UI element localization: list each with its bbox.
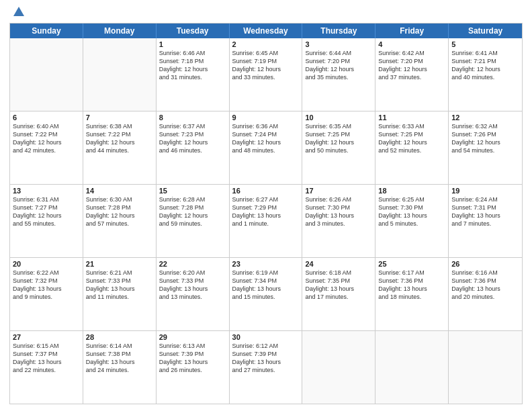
day-cell-7: 7Sunrise: 6:38 AM Sunset: 7:22 PM Daylig… bbox=[83, 111, 157, 184]
day-info: Sunrise: 6:13 AM Sunset: 7:39 PM Dayligh… bbox=[159, 342, 226, 375]
day-number: 25 bbox=[378, 260, 445, 268]
day-info: Sunrise: 6:17 AM Sunset: 7:36 PM Dayligh… bbox=[378, 269, 445, 302]
day-number: 18 bbox=[378, 187, 445, 195]
day-number: 15 bbox=[159, 187, 226, 195]
day-number: 24 bbox=[305, 260, 372, 268]
day-cell-19: 19Sunrise: 6:24 AM Sunset: 7:31 PM Dayli… bbox=[449, 185, 522, 257]
day-cell-28: 28Sunrise: 6:14 AM Sunset: 7:38 PM Dayli… bbox=[83, 331, 157, 404]
day-number: 7 bbox=[86, 113, 153, 122]
day-info: Sunrise: 6:21 AM Sunset: 7:33 PM Dayligh… bbox=[86, 269, 153, 302]
day-cell-10: 10Sunrise: 6:35 AM Sunset: 7:25 PM Dayli… bbox=[302, 111, 375, 184]
day-cell-24: 24Sunrise: 6:18 AM Sunset: 7:35 PM Dayli… bbox=[302, 258, 375, 330]
day-info: Sunrise: 6:19 AM Sunset: 7:34 PM Dayligh… bbox=[232, 269, 300, 302]
day-number: 2 bbox=[232, 40, 300, 48]
day-info: Sunrise: 6:44 AM Sunset: 7:20 PM Dayligh… bbox=[305, 49, 372, 82]
day-info: Sunrise: 6:31 AM Sunset: 7:27 PM Dayligh… bbox=[13, 195, 80, 228]
day-info: Sunrise: 6:15 AM Sunset: 7:37 PM Dayligh… bbox=[13, 342, 80, 375]
calendar-header: SundayMondayTuesdayWednesdayThursdayFrid… bbox=[10, 24, 522, 38]
empty-cell-0-0 bbox=[10, 38, 83, 111]
day-number: 5 bbox=[451, 40, 519, 48]
day-cell-8: 8Sunrise: 6:37 AM Sunset: 7:23 PM Daylig… bbox=[157, 111, 230, 184]
day-cell-15: 15Sunrise: 6:28 AM Sunset: 7:28 PM Dayli… bbox=[157, 185, 230, 257]
svg-marker-0 bbox=[13, 7, 24, 16]
calendar-body: 1Sunrise: 6:46 AM Sunset: 7:18 PM Daylig… bbox=[10, 38, 522, 404]
calendar-row-2: 13Sunrise: 6:31 AM Sunset: 7:27 PM Dayli… bbox=[10, 184, 522, 257]
day-number: 6 bbox=[13, 113, 80, 122]
day-number: 8 bbox=[159, 113, 226, 122]
weekday-header-thursday: Thursday bbox=[302, 24, 375, 38]
page: SundayMondayTuesdayWednesdayThursdayFrid… bbox=[0, 0, 532, 411]
day-info: Sunrise: 6:36 AM Sunset: 7:24 PM Dayligh… bbox=[232, 122, 300, 155]
day-cell-18: 18Sunrise: 6:25 AM Sunset: 7:30 PM Dayli… bbox=[375, 185, 449, 257]
calendar-row-0: 1Sunrise: 6:46 AM Sunset: 7:18 PM Daylig… bbox=[10, 38, 522, 111]
logo bbox=[9, 7, 26, 19]
empty-cell-4-6 bbox=[449, 331, 522, 404]
day-number: 3 bbox=[305, 40, 372, 48]
day-cell-6: 6Sunrise: 6:40 AM Sunset: 7:22 PM Daylig… bbox=[10, 111, 83, 184]
day-number: 30 bbox=[232, 333, 300, 341]
day-cell-22: 22Sunrise: 6:20 AM Sunset: 7:33 PM Dayli… bbox=[157, 258, 230, 330]
weekday-header-saturday: Saturday bbox=[449, 24, 522, 38]
day-info: Sunrise: 6:26 AM Sunset: 7:30 PM Dayligh… bbox=[305, 195, 372, 228]
day-cell-5: 5Sunrise: 6:41 AM Sunset: 7:21 PM Daylig… bbox=[449, 38, 522, 111]
header bbox=[9, 7, 523, 19]
day-info: Sunrise: 6:27 AM Sunset: 7:29 PM Dayligh… bbox=[232, 195, 300, 228]
day-number: 13 bbox=[13, 187, 80, 195]
day-info: Sunrise: 6:38 AM Sunset: 7:22 PM Dayligh… bbox=[86, 122, 153, 155]
day-cell-11: 11Sunrise: 6:33 AM Sunset: 7:25 PM Dayli… bbox=[375, 111, 449, 184]
day-number: 10 bbox=[305, 113, 372, 122]
day-info: Sunrise: 6:33 AM Sunset: 7:25 PM Dayligh… bbox=[378, 122, 445, 155]
day-cell-27: 27Sunrise: 6:15 AM Sunset: 7:37 PM Dayli… bbox=[10, 331, 83, 404]
day-info: Sunrise: 6:16 AM Sunset: 7:36 PM Dayligh… bbox=[451, 269, 519, 302]
day-number: 4 bbox=[378, 40, 445, 48]
day-info: Sunrise: 6:41 AM Sunset: 7:21 PM Dayligh… bbox=[451, 49, 519, 82]
day-number: 29 bbox=[159, 333, 226, 341]
day-cell-30: 30Sunrise: 6:12 AM Sunset: 7:39 PM Dayli… bbox=[230, 331, 303, 404]
day-number: 23 bbox=[232, 260, 300, 268]
calendar-row-4: 27Sunrise: 6:15 AM Sunset: 7:37 PM Dayli… bbox=[10, 330, 522, 404]
day-info: Sunrise: 6:12 AM Sunset: 7:39 PM Dayligh… bbox=[232, 342, 300, 375]
day-number: 12 bbox=[451, 113, 519, 122]
weekday-header-friday: Friday bbox=[375, 24, 449, 38]
day-cell-1: 1Sunrise: 6:46 AM Sunset: 7:18 PM Daylig… bbox=[157, 38, 230, 111]
day-info: Sunrise: 6:30 AM Sunset: 7:28 PM Dayligh… bbox=[86, 195, 153, 228]
day-info: Sunrise: 6:46 AM Sunset: 7:18 PM Dayligh… bbox=[159, 49, 226, 82]
day-cell-29: 29Sunrise: 6:13 AM Sunset: 7:39 PM Dayli… bbox=[157, 331, 230, 404]
day-cell-21: 21Sunrise: 6:21 AM Sunset: 7:33 PM Dayli… bbox=[83, 258, 157, 330]
weekday-header-sunday: Sunday bbox=[10, 24, 83, 38]
day-number: 28 bbox=[86, 333, 153, 341]
weekday-header-tuesday: Tuesday bbox=[157, 24, 230, 38]
day-number: 14 bbox=[86, 187, 153, 195]
day-info: Sunrise: 6:28 AM Sunset: 7:28 PM Dayligh… bbox=[159, 195, 226, 228]
day-number: 11 bbox=[378, 113, 445, 122]
day-cell-23: 23Sunrise: 6:19 AM Sunset: 7:34 PM Dayli… bbox=[230, 258, 303, 330]
day-cell-12: 12Sunrise: 6:32 AM Sunset: 7:26 PM Dayli… bbox=[449, 111, 522, 184]
day-cell-25: 25Sunrise: 6:17 AM Sunset: 7:36 PM Dayli… bbox=[375, 258, 449, 330]
calendar: SundayMondayTuesdayWednesdayThursdayFrid… bbox=[9, 23, 523, 404]
day-number: 9 bbox=[232, 113, 300, 122]
day-cell-20: 20Sunrise: 6:22 AM Sunset: 7:32 PM Dayli… bbox=[10, 258, 83, 330]
day-info: Sunrise: 6:14 AM Sunset: 7:38 PM Dayligh… bbox=[86, 342, 153, 375]
day-number: 16 bbox=[232, 187, 300, 195]
day-cell-14: 14Sunrise: 6:30 AM Sunset: 7:28 PM Dayli… bbox=[83, 185, 157, 257]
day-info: Sunrise: 6:25 AM Sunset: 7:30 PM Dayligh… bbox=[378, 195, 445, 228]
day-info: Sunrise: 6:18 AM Sunset: 7:35 PM Dayligh… bbox=[305, 269, 372, 302]
calendar-row-3: 20Sunrise: 6:22 AM Sunset: 7:32 PM Dayli… bbox=[10, 257, 522, 330]
weekday-header-monday: Monday bbox=[83, 24, 157, 38]
day-info: Sunrise: 6:32 AM Sunset: 7:26 PM Dayligh… bbox=[451, 122, 519, 155]
day-info: Sunrise: 6:22 AM Sunset: 7:32 PM Dayligh… bbox=[13, 269, 80, 302]
day-info: Sunrise: 6:20 AM Sunset: 7:33 PM Dayligh… bbox=[159, 269, 226, 302]
day-number: 21 bbox=[86, 260, 153, 268]
day-number: 1 bbox=[159, 40, 226, 48]
day-info: Sunrise: 6:45 AM Sunset: 7:19 PM Dayligh… bbox=[232, 49, 300, 82]
day-number: 20 bbox=[13, 260, 80, 268]
day-cell-9: 9Sunrise: 6:36 AM Sunset: 7:24 PM Daylig… bbox=[230, 111, 303, 184]
day-info: Sunrise: 6:40 AM Sunset: 7:22 PM Dayligh… bbox=[13, 122, 80, 155]
day-number: 17 bbox=[305, 187, 372, 195]
day-info: Sunrise: 6:37 AM Sunset: 7:23 PM Dayligh… bbox=[159, 122, 226, 155]
day-info: Sunrise: 6:24 AM Sunset: 7:31 PM Dayligh… bbox=[451, 195, 519, 228]
day-info: Sunrise: 6:42 AM Sunset: 7:20 PM Dayligh… bbox=[378, 49, 445, 82]
empty-cell-4-4 bbox=[302, 331, 375, 404]
day-number: 22 bbox=[159, 260, 226, 268]
calendar-row-1: 6Sunrise: 6:40 AM Sunset: 7:22 PM Daylig… bbox=[10, 111, 522, 184]
